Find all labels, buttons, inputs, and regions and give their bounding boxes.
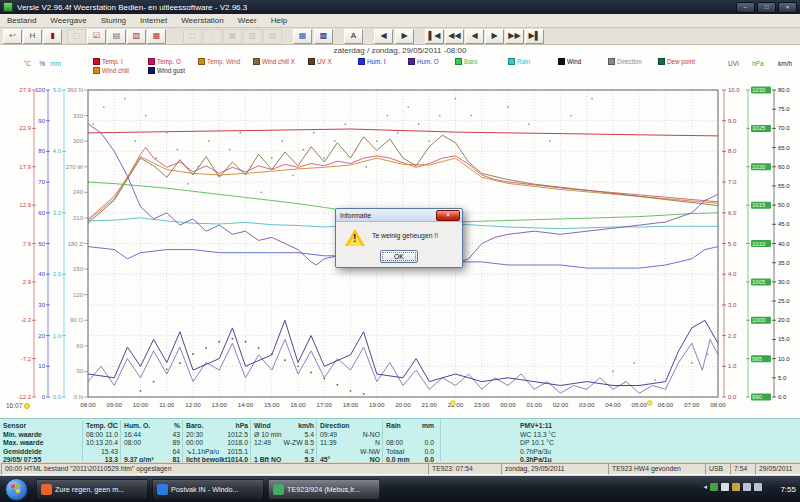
dialog-title: Informatie	[340, 212, 371, 219]
current-values-r3: 0.7hPa/3u	[520, 448, 660, 456]
svg-text:mm: mm	[50, 60, 61, 67]
menu-item-help[interactable]: Help	[264, 14, 294, 27]
svg-text:1015: 1015	[752, 202, 766, 208]
chart-view-button[interactable]: ▩	[314, 29, 333, 44]
minimize-button[interactable]: −	[736, 2, 755, 13]
svg-text:1005: 1005	[752, 279, 766, 285]
svg-text:19:00: 19:00	[369, 401, 385, 408]
taskbar-clock[interactable]: 7:55	[780, 476, 796, 502]
volume-icon[interactable]	[754, 483, 762, 491]
new-button: ▢	[67, 29, 86, 44]
forward-button[interactable]: ▶	[485, 29, 504, 44]
rain-value-r3: 0.0	[406, 448, 434, 456]
menu-bar: BestandWeergaveSturingInternetWeerstatio…	[0, 14, 800, 28]
current-values-r2: DP 10.1 °C	[520, 439, 660, 447]
table-divider	[440, 420, 441, 462]
tool-disabled-1: ▢	[183, 29, 202, 44]
wind-value-r1: 5.4	[280, 431, 314, 439]
table-view-button[interactable]: ▦	[293, 29, 312, 44]
svg-text:km/h: km/h	[778, 60, 792, 67]
action-center-flag-icon[interactable]	[721, 483, 729, 491]
undo-button[interactable]: ↩	[3, 29, 22, 44]
svg-text:270 W: 270 W	[66, 164, 84, 170]
next-day-button[interactable]: ▶	[395, 29, 414, 44]
first-button[interactable]: ▌◀	[425, 29, 444, 44]
menu-item-weergave[interactable]: Weergave	[43, 14, 93, 27]
menu-item-weerstation[interactable]: Weerstation	[174, 14, 231, 27]
start-button[interactable]	[5, 478, 28, 501]
dialog-ok-button[interactable]: OK	[380, 250, 418, 263]
menu-item-sturing[interactable]: Sturing	[94, 14, 133, 27]
print-button[interactable]: ▤	[107, 29, 126, 44]
temp-o-value-r2: 20.4	[96, 439, 118, 447]
tool-disabled-4: ▥	[243, 29, 262, 44]
svg-text:2.0: 2.0	[728, 333, 737, 339]
menu-item-bestand[interactable]: Bestand	[0, 14, 43, 27]
information-dialog: Informatie ✕ ! Te weinig geheugen !! OK	[335, 208, 463, 268]
font-button[interactable]: A	[344, 29, 363, 44]
security-shield-icon[interactable]	[732, 483, 740, 491]
svg-text:15.0: 15.0	[778, 336, 790, 342]
svg-text:30: 30	[76, 368, 83, 374]
svg-text:12:00: 12:00	[185, 401, 201, 408]
network-icon[interactable]	[743, 483, 751, 491]
svg-text:75.0: 75.0	[778, 106, 790, 112]
row-labels-r1: Min. waarde	[3, 431, 83, 439]
svg-text:1.0: 1.0	[53, 333, 62, 339]
svg-text:90: 90	[38, 118, 45, 124]
svg-text:11:00: 11:00	[159, 401, 175, 408]
dialog-close-icon[interactable]: ✕	[436, 210, 460, 221]
table-divider	[250, 420, 251, 462]
rain-value-r2: 0.0	[406, 439, 434, 447]
temp-o-value-r1: 11.0	[96, 431, 118, 439]
svg-text:60: 60	[38, 210, 45, 216]
svg-text:80: 80	[38, 148, 45, 154]
svg-text:1000: 1000	[752, 317, 766, 323]
hidden-icons-arrow[interactable]: ◂	[703, 483, 707, 491]
back-button[interactable]: ◀	[465, 29, 484, 44]
svg-text:13:00: 13:00	[212, 401, 228, 408]
task-browser[interactable]: Zure regen, geen m...	[36, 479, 148, 499]
task-te923-icon	[273, 484, 284, 495]
app-icon	[3, 2, 13, 12]
task-te923[interactable]: TE923/924 (Mebus,Ir...	[268, 479, 380, 499]
system-tray: ◂	[703, 483, 762, 491]
chart-grid-button[interactable]: ▦	[147, 29, 166, 44]
dialog-title-bar[interactable]: Informatie ✕	[336, 209, 462, 222]
menu-item-internet[interactable]: Internet	[133, 14, 174, 27]
save-button[interactable]: ▮	[43, 29, 62, 44]
svg-text:20.0: 20.0	[778, 317, 790, 323]
chart-check-button[interactable]: ☑	[87, 29, 106, 44]
hum-o-time-r1: 16:44	[124, 431, 158, 439]
hum-o-value-r2: 89	[158, 439, 180, 447]
rewind-button[interactable]: ◀◀	[445, 29, 464, 44]
task-mail[interactable]: Postvak IN - Windo...	[152, 479, 264, 499]
svg-text:22.9: 22.9	[19, 125, 31, 131]
sun-time-label: 16:07	[6, 402, 30, 409]
svg-text:70: 70	[38, 179, 45, 185]
close-button[interactable]: ×	[778, 2, 797, 13]
sun-time-text: 16:07	[6, 402, 22, 409]
title-bar: Versie V2.96.4f Weerstation Bedien- en u…	[0, 0, 800, 14]
svg-text:35.0: 35.0	[778, 260, 790, 266]
svg-text:08:00: 08:00	[710, 401, 726, 408]
svg-text:40: 40	[38, 271, 45, 277]
prev-day-button[interactable]: ◀	[374, 29, 393, 44]
open-button[interactable]: H	[23, 29, 42, 44]
dialog-message: Te weinig geheugen !!	[372, 232, 438, 239]
last-button[interactable]: ▶▌	[525, 29, 544, 44]
svg-text:4.0: 4.0	[53, 148, 62, 154]
language-icon[interactable]	[710, 483, 718, 491]
maximize-button[interactable]: □	[757, 2, 776, 13]
windows-taskbar: ◂ 7:55 Zure regen, geen m...Postvak IN -…	[0, 476, 800, 502]
svg-text:240: 240	[73, 189, 84, 195]
svg-text:-7.2: -7.2	[21, 356, 32, 362]
svg-text:20: 20	[38, 333, 45, 339]
chart-edit-button[interactable]: ▧	[127, 29, 146, 44]
menu-item-weer[interactable]: Weer	[231, 14, 264, 27]
svg-text:06:00: 06:00	[658, 401, 674, 408]
ffwd-button[interactable]: ▶▶	[505, 29, 524, 44]
current-values-r1: WC 13.3 °C	[520, 431, 660, 439]
temp-o-value-r3: 15.43	[96, 448, 118, 456]
svg-text:17:00: 17:00	[317, 401, 333, 408]
